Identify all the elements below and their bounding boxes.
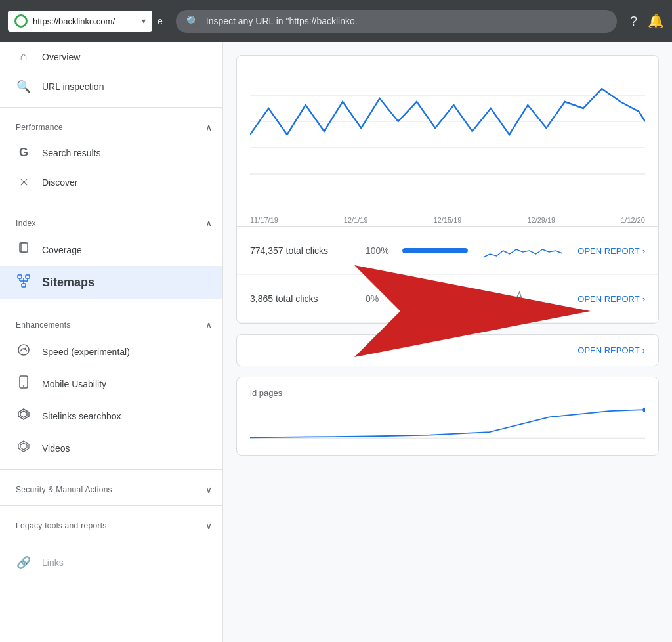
chevron-up-icon: ∧ xyxy=(205,122,212,133)
search-nav-icon: 🔍 xyxy=(16,79,32,94)
content-inner: 11/17/19 12/1/19 12/15/19 12/29/19 1/12/… xyxy=(223,42,672,642)
sidebar-label-videos: Videos xyxy=(42,443,70,454)
stat-mini-chart-1 xyxy=(478,238,567,264)
sidebar-item-speed[interactable]: Speed (experimental) xyxy=(0,335,222,368)
chart-date-3: 12/15/19 xyxy=(434,216,462,224)
bottom-label-text: id pages xyxy=(250,388,282,398)
svg-marker-15 xyxy=(20,411,27,417)
chevron-down-security-icon: ∨ xyxy=(205,484,212,495)
section-security-label: Security & Manual Actions xyxy=(16,485,112,494)
coverage-icon xyxy=(16,242,32,258)
section-legacy[interactable]: Legacy tools and reports ∨ xyxy=(0,511,222,536)
section-index-label: Index xyxy=(16,219,36,228)
stat-bar-container-1 xyxy=(402,248,468,253)
svg-rect-2 xyxy=(18,275,22,278)
stat-row-1: 774,357 total clicks 100% OPEN REPORT › xyxy=(237,227,658,275)
sidebar-item-videos[interactable]: Videos xyxy=(0,432,222,464)
open-report-btn-1[interactable]: OPEN REPORT › xyxy=(578,246,645,256)
sidebar-item-links[interactable]: 🔗 Links xyxy=(0,547,222,578)
divider-1 xyxy=(0,107,222,108)
stats-section: 774,357 total clicks 100% OPEN REPORT › xyxy=(237,226,658,323)
videos-icon xyxy=(16,440,32,456)
sidebar-item-mobile-usability[interactable]: Mobile Usability xyxy=(0,368,222,400)
main-layout: ⌂ Overview 🔍 URL inspection Performance … xyxy=(0,42,672,642)
section-enhancements-label: Enhancements xyxy=(16,320,71,330)
speed-icon xyxy=(16,343,32,360)
sidebar-label-sitelinks-searchbox: Sitelinks searchbox xyxy=(42,411,121,421)
section-security[interactable]: Security & Manual Actions ∨ xyxy=(0,475,222,500)
chevron-down-legacy-icon: ∨ xyxy=(205,521,212,531)
sidebar-label-speed: Speed (experimental) xyxy=(42,347,130,357)
divider-4 xyxy=(0,469,222,470)
stat-bar-fill-2 xyxy=(402,296,404,301)
top-bar: https://backlinko.com/ ▾ e 🔍 Inspect any… xyxy=(0,0,672,42)
sidebar-item-sitelinks-searchbox[interactable]: Sitelinks searchbox xyxy=(0,400,222,432)
sidebar-item-search-results[interactable]: G Search results xyxy=(0,138,222,167)
stat-mini-chart-2 xyxy=(478,286,567,312)
open-report-chevron-2: › xyxy=(642,294,645,304)
sidebar-label-overview: Overview xyxy=(42,52,80,62)
bottom-chart-svg xyxy=(250,403,645,449)
address-text: https://backlinko.com/ xyxy=(33,16,136,26)
top-icons: ? 🔔 xyxy=(630,13,664,29)
site-icon xyxy=(14,14,28,28)
sidebar-item-coverage[interactable]: Coverage xyxy=(0,234,222,266)
sidebar-item-sitemaps[interactable]: Sitemaps xyxy=(0,266,222,299)
sidebar-item-url-inspection[interactable]: 🔍 URL inspection xyxy=(0,72,222,102)
help-icon[interactable]: ? xyxy=(630,14,637,29)
sidebar-label-coverage: Coverage xyxy=(42,245,82,255)
open-report-label-bottom: OPEN REPORT xyxy=(578,345,639,355)
bottom-chart-card: id pages xyxy=(236,377,659,456)
bottom-chart-label: id pages xyxy=(250,388,645,398)
divider-3 xyxy=(0,305,222,305)
svg-rect-1 xyxy=(21,243,28,252)
open-report-btn-bottom[interactable]: OPEN REPORT › xyxy=(578,345,645,355)
sidebar-label-discover: Discover xyxy=(42,177,77,188)
links-icon: 🔗 xyxy=(16,555,32,570)
open-report-label-2: OPEN REPORT xyxy=(578,294,639,304)
sidebar-label-mobile-usability: Mobile Usability xyxy=(42,379,106,389)
tab-partial: e xyxy=(158,16,163,26)
divider-5 xyxy=(0,505,222,506)
section-enhancements[interactable]: Enhancements ∧ xyxy=(0,310,222,335)
sidebar: ⌂ Overview 🔍 URL inspection Performance … xyxy=(0,42,223,642)
address-chevron-icon: ▾ xyxy=(142,16,146,26)
divider-6 xyxy=(0,542,222,542)
google-g-icon: G xyxy=(16,146,32,160)
notification-icon[interactable]: 🔔 xyxy=(648,13,664,29)
sidebar-label-search-results: Search results xyxy=(42,148,100,158)
stat-percent-1: 100% xyxy=(366,246,392,256)
sidebar-item-overview[interactable]: ⌂ Overview xyxy=(0,42,222,72)
sidebar-item-discover[interactable]: ✳ Discover xyxy=(0,167,222,198)
svg-point-13 xyxy=(23,385,24,387)
second-card: OPEN REPORT › xyxy=(236,334,659,366)
chart-card: 11/17/19 12/1/19 12/15/19 12/29/19 1/12/… xyxy=(236,55,659,324)
stat-bar-fill-1 xyxy=(402,248,468,253)
section-index[interactable]: Index ∧ xyxy=(0,209,222,234)
search-bar[interactable]: 🔍 Inspect any URL in "https://backlinko. xyxy=(176,10,617,33)
home-icon: ⌂ xyxy=(16,50,32,64)
section-performance-label: Performance xyxy=(16,123,63,132)
mobile-icon xyxy=(16,375,32,392)
stat-clicks-1: 774,357 total clicks xyxy=(250,246,355,256)
address-bar[interactable]: https://backlinko.com/ ▾ xyxy=(8,11,152,32)
svg-marker-17 xyxy=(20,443,27,450)
open-report-chevron-bottom: › xyxy=(642,345,645,355)
chart-date-4: 12/29/19 xyxy=(527,216,555,224)
performance-chart xyxy=(250,69,645,187)
content-area: 11/17/19 12/1/19 12/15/19 12/29/19 1/12/… xyxy=(223,42,672,642)
asterisk-icon: ✳ xyxy=(16,175,32,190)
svg-rect-4 xyxy=(22,284,26,287)
search-icon: 🔍 xyxy=(186,15,200,28)
chart-dates: 11/17/19 12/1/19 12/15/19 12/29/19 1/12/… xyxy=(237,213,658,226)
sidebar-label-url-inspection: URL inspection xyxy=(42,81,104,92)
sidebar-label-sitemaps: Sitemaps xyxy=(42,276,94,289)
open-report-chevron-1: › xyxy=(642,246,645,256)
svg-point-23 xyxy=(642,408,645,412)
stat-bar-container-2 xyxy=(402,296,468,301)
section-performance[interactable]: Performance ∧ xyxy=(0,113,222,138)
chart-date-2: 12/1/19 xyxy=(344,216,368,224)
open-report-btn-2[interactable]: OPEN REPORT › xyxy=(578,294,645,304)
stat-row-2: 3,865 total clicks 0% OPEN REPORT › xyxy=(237,275,658,323)
chart-area xyxy=(237,56,658,213)
